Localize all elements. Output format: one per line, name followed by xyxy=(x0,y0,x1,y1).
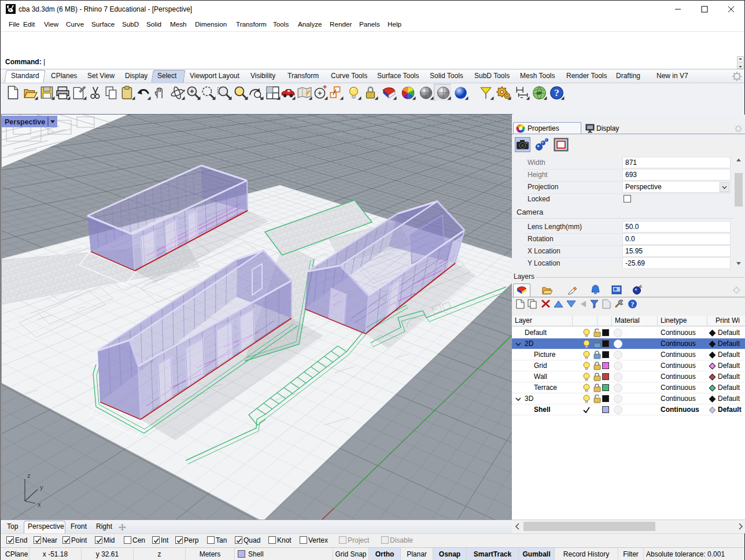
svg-text:Perspective: Perspective xyxy=(5,118,45,126)
svg-text:?: ? xyxy=(631,300,635,308)
svg-text:?: ? xyxy=(554,87,559,98)
svg-text:x: x xyxy=(38,501,41,508)
svg-text:z: z xyxy=(27,472,31,479)
svg-text:y: y xyxy=(40,484,43,491)
